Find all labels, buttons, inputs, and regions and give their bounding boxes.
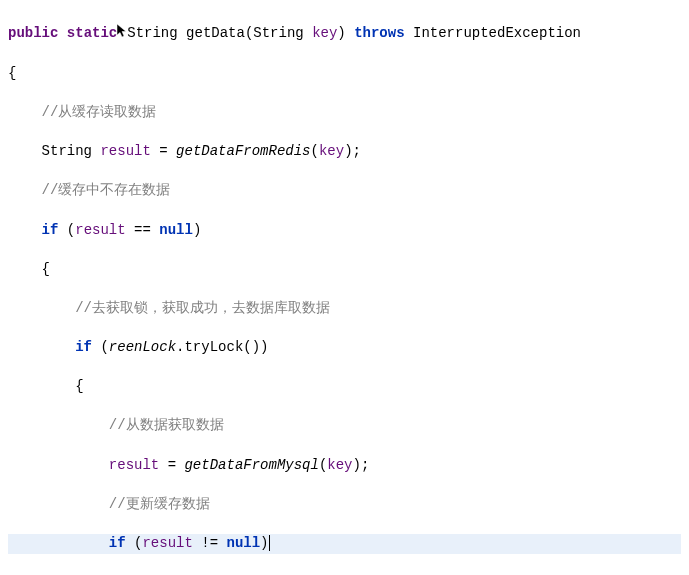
keyword-null: null bbox=[226, 535, 260, 551]
comment: //去获取锁，获取成功，去数据库取数据 bbox=[75, 300, 330, 316]
code-line: if (result == null) bbox=[8, 221, 681, 241]
method-call: tryLock bbox=[184, 339, 243, 355]
text-cursor-icon bbox=[269, 535, 270, 551]
code-block: public staticString getData(String key) … bbox=[8, 4, 681, 575]
code-line: //缓存中不存在数据 bbox=[8, 181, 681, 201]
variable: reenLock bbox=[109, 339, 176, 355]
code-line: //从数据获取数据 bbox=[8, 416, 681, 436]
code-line: //更新缓存数据 bbox=[8, 495, 681, 515]
comment: //缓存中不存在数据 bbox=[42, 182, 171, 198]
variable: result bbox=[100, 143, 150, 159]
keyword-static: static bbox=[67, 25, 117, 41]
code-line: { bbox=[8, 260, 681, 280]
code-line: String result = getDataFromRedis(key); bbox=[8, 142, 681, 162]
param-name: key bbox=[312, 25, 337, 41]
code-line: //从缓存读取数据 bbox=[8, 103, 681, 123]
keyword-if: if bbox=[42, 222, 59, 238]
code-line-highlighted: if (result != null) bbox=[8, 534, 681, 554]
comment: //更新缓存数据 bbox=[109, 496, 210, 512]
mouse-cursor-icon bbox=[117, 24, 127, 45]
type-string: String bbox=[127, 25, 177, 41]
method-call: getDataFromMysql bbox=[184, 457, 318, 473]
code-line: result = getDataFromMysql(key); bbox=[8, 456, 681, 476]
keyword-if: if bbox=[109, 535, 126, 551]
method-call: getDataFromRedis bbox=[176, 143, 310, 159]
code-line: public staticString getData(String key) … bbox=[8, 24, 681, 45]
keyword-if: if bbox=[75, 339, 92, 355]
code-line: { bbox=[8, 377, 681, 397]
keyword-throws: throws bbox=[354, 25, 404, 41]
code-line: if (reenLock.tryLock()) bbox=[8, 338, 681, 358]
comment: //从缓存读取数据 bbox=[42, 104, 157, 120]
comment: //从数据获取数据 bbox=[109, 417, 224, 433]
code-line: //去获取锁，获取成功，去数据库取数据 bbox=[8, 299, 681, 319]
exception-type: InterruptedException bbox=[413, 25, 581, 41]
method-name: getData bbox=[186, 25, 245, 41]
param-type: String bbox=[253, 25, 303, 41]
code-line: { bbox=[8, 64, 681, 84]
keyword-null: null bbox=[159, 222, 193, 238]
keyword-public: public bbox=[8, 25, 58, 41]
